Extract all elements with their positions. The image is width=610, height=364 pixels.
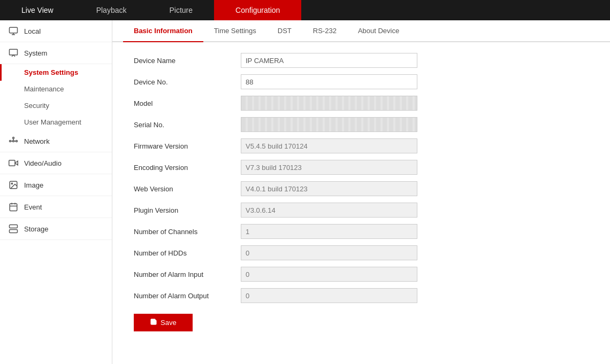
form-row-device-no: Device No. xyxy=(134,74,589,89)
video-icon xyxy=(8,158,19,168)
tab-rs232[interactable]: RS-232 xyxy=(302,20,347,42)
svg-rect-12 xyxy=(9,160,15,166)
input-firmware-version xyxy=(241,138,417,153)
form-area: Device Name Device No. Model Serial No. … xyxy=(112,42,610,342)
image-icon xyxy=(8,180,19,190)
tab-about-device[interactable]: About Device xyxy=(347,20,410,42)
svg-marker-11 xyxy=(15,161,18,165)
form-row-device-name: Device Name xyxy=(134,53,589,68)
form-row-num-alarm-output: Number of Alarm Output xyxy=(134,288,589,303)
tab-dst[interactable]: DST xyxy=(267,20,302,42)
tab-time-settings[interactable]: Time Settings xyxy=(203,20,267,42)
monitor-icon xyxy=(8,26,19,36)
sidebar-label-video-audio: Video/Audio xyxy=(24,159,62,167)
input-num-alarm-input xyxy=(241,267,417,282)
svg-rect-0 xyxy=(10,27,18,33)
nav-live-view[interactable]: Live View xyxy=(0,0,75,20)
input-encoding-version xyxy=(241,160,417,175)
sidebar-label-storage: Storage xyxy=(24,225,49,233)
sidebar-label-image: Image xyxy=(24,181,43,189)
form-row-firmware-version: Firmware Version xyxy=(134,138,589,153)
input-device-no[interactable] xyxy=(241,74,417,89)
input-device-name[interactable] xyxy=(241,53,417,68)
label-serial-no: Serial No. xyxy=(134,121,241,129)
svg-point-4 xyxy=(13,141,14,142)
svg-point-14 xyxy=(11,183,12,184)
label-web-version: Web Version xyxy=(134,185,241,193)
storage-icon xyxy=(8,223,19,234)
form-row-plugin-version: Plugin Version xyxy=(134,203,589,218)
sidebar-item-event[interactable]: Event xyxy=(0,196,112,218)
sidebar-item-storage[interactable]: Storage xyxy=(0,218,112,240)
label-num-channels: Number of Channels xyxy=(134,228,241,236)
label-num-alarm-output: Number of Alarm Output xyxy=(134,292,241,300)
sidebar-label-system: System xyxy=(24,49,47,57)
save-button[interactable]: Save xyxy=(134,314,193,331)
svg-point-7 xyxy=(13,137,14,139)
sidebar-label-local: Local xyxy=(24,27,41,35)
system-icon xyxy=(8,48,19,58)
tab-basic-information[interactable]: Basic Information xyxy=(123,20,203,42)
input-num-channels xyxy=(241,224,417,239)
sidebar-item-video-audio[interactable]: Video/Audio xyxy=(0,152,112,174)
sidebar-item-image[interactable]: Image xyxy=(0,174,112,196)
svg-rect-19 xyxy=(10,225,18,228)
tabs: Basic Information Time Settings DST RS-2… xyxy=(112,20,610,42)
svg-point-5 xyxy=(10,141,11,142)
sidebar-label-network: Network xyxy=(24,137,50,145)
label-encoding-version: Encoding Version xyxy=(134,164,241,172)
network-icon xyxy=(8,136,19,146)
input-plugin-version xyxy=(241,203,417,218)
nav-picture[interactable]: Picture xyxy=(148,0,214,20)
input-num-alarm-output xyxy=(241,288,417,303)
nav-playback[interactable]: Playback xyxy=(75,0,148,20)
svg-rect-20 xyxy=(10,230,18,233)
svg-point-6 xyxy=(16,141,18,142)
label-firmware-version: Firmware Version xyxy=(134,142,241,150)
label-model: Model xyxy=(134,99,241,107)
form-row-num-hdds: Number of HDDs xyxy=(134,245,589,260)
sidebar-item-user-management[interactable]: User Management xyxy=(0,114,112,130)
form-row-serial-no: Serial No. xyxy=(134,117,589,132)
sidebar-label-event: Event xyxy=(24,203,42,211)
main-layout: Local System System Settings Maintenance… xyxy=(0,20,610,364)
label-plugin-version: Plugin Version xyxy=(134,206,241,214)
sidebar-item-system-settings[interactable]: System Settings xyxy=(0,64,112,81)
input-num-hdds xyxy=(241,245,417,260)
label-device-no: Device No. xyxy=(134,78,241,86)
input-serial-no xyxy=(241,117,417,132)
svg-rect-15 xyxy=(10,204,17,211)
form-row-num-channels: Number of Channels xyxy=(134,224,589,239)
sidebar: Local System System Settings Maintenance… xyxy=(0,20,112,364)
svg-rect-3 xyxy=(10,49,18,55)
sidebar-item-local[interactable]: Local xyxy=(0,20,112,42)
nav-configuration[interactable]: Configuration xyxy=(214,0,301,20)
save-button-label: Save xyxy=(161,319,177,327)
input-web-version xyxy=(241,181,417,196)
main-content: Basic Information Time Settings DST RS-2… xyxy=(112,20,610,364)
label-device-name: Device Name xyxy=(134,57,241,65)
form-row-web-version: Web Version xyxy=(134,181,589,196)
form-row-encoding-version: Encoding Version xyxy=(134,160,589,175)
form-row-model: Model xyxy=(134,96,589,111)
form-row-num-alarm-input: Number of Alarm Input xyxy=(134,267,589,282)
sidebar-item-maintenance[interactable]: Maintenance xyxy=(0,81,112,97)
input-model xyxy=(241,96,417,111)
save-icon xyxy=(150,318,157,327)
label-num-hdds: Number of HDDs xyxy=(134,249,241,257)
sidebar-item-system[interactable]: System xyxy=(0,42,112,64)
label-num-alarm-input: Number of Alarm Input xyxy=(134,270,241,278)
event-icon xyxy=(8,202,19,212)
sidebar-item-network[interactable]: Network xyxy=(0,130,112,152)
sidebar-item-security[interactable]: Security xyxy=(0,97,112,114)
top-nav: Live View Playback Picture Configuration xyxy=(0,0,610,20)
